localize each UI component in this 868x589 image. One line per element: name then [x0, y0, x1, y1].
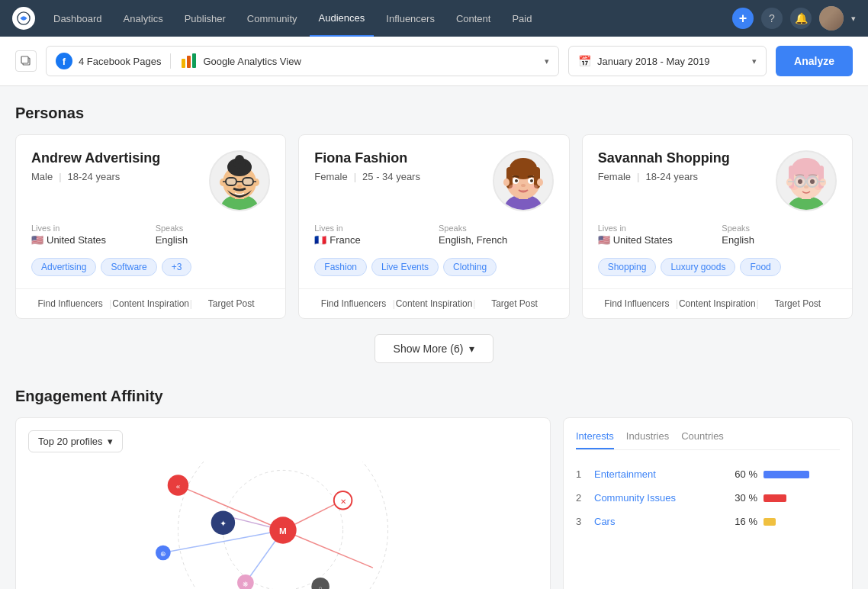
user-avatar[interactable] [819, 6, 844, 31]
show-more-chevron: ▾ [469, 343, 474, 355]
nav-audiences[interactable]: Audiences [310, 0, 375, 37]
interest-name-0[interactable]: Entertainment [594, 468, 721, 480]
svg-text:✕: ✕ [340, 497, 346, 506]
interest-pct-1: 30 % [727, 492, 757, 504]
svg-point-27 [537, 179, 543, 186]
interest-rank-1: 2 [576, 492, 588, 504]
nav-publisher[interactable]: Publisher [175, 0, 235, 37]
fiona-actions: Find Influencers | Content Inspiration |… [299, 288, 568, 318]
svg-point-38 [792, 158, 821, 179]
facebook-icon: f [56, 53, 72, 69]
profiles-dropdown[interactable]: Top 20 profiles ▾ [28, 430, 123, 452]
svg-text:M: M [279, 526, 287, 536]
chart-toolbar: Top 20 profiles ▾ [28, 430, 538, 452]
svg-rect-3 [182, 59, 185, 68]
date-chevron: ▾ [752, 56, 757, 66]
fiona-find-influencers[interactable]: Find Influencers [314, 298, 392, 309]
selector-chevron: ▾ [545, 56, 549, 66]
persona-details-fiona: Lives in 🇫🇷 France Speaks English, Frenc… [299, 224, 568, 258]
svg-point-34 [530, 185, 538, 189]
savannah-tag-1: Luxury goods [661, 258, 735, 276]
fiona-target-post[interactable]: Target Post [475, 298, 553, 309]
toolbar: f 4 Facebook Pages Google Analytics View… [0, 37, 868, 86]
persona-meta-savannah: Female | 18-24 years [598, 171, 776, 182]
andrew-content-inspiration[interactable]: Content Inspiration [111, 298, 189, 309]
andrew-target-post[interactable]: Target Post [192, 298, 270, 309]
svg-rect-5 [192, 53, 196, 68]
andrew-language: Speaks English [156, 224, 271, 246]
svg-point-31 [530, 179, 533, 182]
savannah-find-influencers[interactable]: Find Influencers [598, 298, 676, 309]
show-more-button[interactable]: Show More (6) ▾ [375, 334, 494, 363]
date-range-selector[interactable]: 📅 January 2018 - May 2019 ▾ [568, 46, 767, 76]
chart-panel: Top 20 profiles ▾ [15, 417, 551, 589]
svg-point-48 [798, 179, 802, 184]
nav-community[interactable]: Community [238, 0, 307, 37]
persona-card-andrew: Andrew Advertising Male | 18-24 years [15, 134, 286, 319]
user-menu-chevron[interactable]: ▾ [851, 14, 856, 24]
interest-row-0: 1 Entertainment 60 % [576, 462, 840, 486]
notifications-icon[interactable]: 🔔 [790, 8, 812, 29]
analyze-button[interactable]: Analyze [776, 46, 853, 76]
svg-point-19 [237, 185, 242, 188]
persona-name-fiona: Fiona Fashion [314, 150, 492, 166]
svg-text:✦: ✦ [220, 519, 227, 528]
fiona-tag-2: Clothing [443, 258, 497, 276]
ga-label: Google Analytics View [203, 56, 301, 67]
svg-point-49 [810, 179, 815, 184]
dropdown-chevron: ▾ [108, 436, 113, 447]
google-analytics-icon [180, 53, 197, 69]
nav-right: + ? 🔔 ▾ [732, 6, 856, 31]
savannah-avatar [776, 150, 837, 211]
persona-header-andrew: Andrew Advertising Male | 18-24 years [16, 135, 285, 224]
main-nav: Dashboard Analytics Publisher Community … [0, 0, 868, 37]
svg-point-52 [815, 185, 822, 190]
nav-content[interactable]: Content [447, 0, 500, 37]
svg-text:⊕: ⊕ [160, 550, 166, 558]
svg-point-33 [509, 185, 516, 189]
data-source-selector[interactable]: f 4 Facebook Pages Google Analytics View… [46, 46, 559, 76]
fiona-content-inspiration[interactable]: Content Inspiration [395, 298, 473, 309]
show-more-container: Show More (6) ▾ [15, 334, 853, 363]
add-button[interactable]: + [732, 8, 754, 29]
fiona-speaks: English, French [439, 234, 507, 246]
svg-point-13 [253, 179, 259, 186]
savannah-target-post[interactable]: Target Post [759, 298, 837, 309]
svg-text:○: ○ [318, 584, 322, 589]
savannah-location: Lives in 🇺🇸 United States [598, 224, 713, 246]
show-more-label: Show More (6) [394, 343, 464, 355]
tab-industries[interactable]: Industries [626, 430, 669, 449]
persona-meta-andrew: Male | 18-24 years [31, 171, 209, 182]
nav-dashboard[interactable]: Dashboard [44, 0, 111, 37]
savannah-flag: 🇺🇸 [598, 234, 610, 246]
savannah-content-inspiration[interactable]: Content Inspiration [678, 298, 756, 309]
svg-point-11 [235, 155, 244, 164]
andrew-actions: Find Influencers | Content Inspiration |… [16, 288, 285, 318]
fb-pages-label: 4 Facebook Pages [79, 56, 161, 67]
interest-name-1[interactable]: Community Issues [594, 492, 721, 504]
fiona-tag-0: Fashion [314, 258, 367, 276]
svg-point-30 [515, 179, 518, 182]
nav-influencers[interactable]: Influencers [377, 0, 444, 37]
andrew-find-influencers[interactable]: Find Influencers [31, 298, 109, 309]
svg-point-51 [790, 185, 798, 190]
nav-analytics[interactable]: Analytics [114, 0, 172, 37]
tab-countries[interactable]: Countries [681, 430, 724, 449]
fiona-avatar [493, 150, 554, 211]
personas-title: Personas [15, 105, 853, 122]
andrew-tags: Advertising Software +3 [16, 258, 285, 288]
andrew-age: 18-24 years [68, 171, 121, 182]
nav-paid[interactable]: Paid [503, 0, 541, 37]
help-icon[interactable]: ? [761, 8, 783, 29]
interest-bar-container-1 [764, 494, 840, 502]
engagement-title: Engagement Affinity [15, 388, 853, 405]
personas-grid: Andrew Advertising Male | 18-24 years [15, 134, 853, 319]
engagement-content: Top 20 profiles ▾ [15, 417, 853, 589]
interest-name-2[interactable]: Cars [594, 516, 721, 527]
persona-card-fiona: Fiona Fashion Female | 25 - 34 years [298, 134, 569, 319]
svg-line-57 [283, 530, 373, 568]
interest-bar-container-0 [764, 471, 840, 478]
tab-interests[interactable]: Interests [576, 430, 614, 449]
copy-button[interactable] [15, 50, 37, 72]
persona-details-savannah: Lives in 🇺🇸 United States Speaks English [583, 224, 852, 258]
